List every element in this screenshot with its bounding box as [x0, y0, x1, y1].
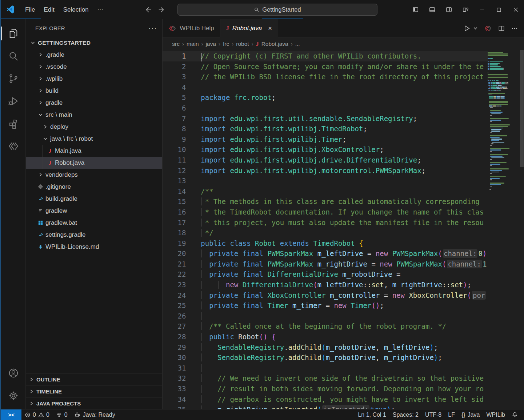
- more-actions[interactable]: [511, 25, 518, 32]
- breadcrumb-item[interactable]: src: [172, 41, 180, 47]
- activity-explorer-icon[interactable]: [1, 22, 26, 45]
- activity-search-icon[interactable]: [1, 45, 26, 67]
- run-dropdown[interactable]: [473, 25, 478, 31]
- activity-settings-icon[interactable]: [1, 384, 26, 407]
- code-line-18[interactable]: 18 */: [163, 228, 488, 238]
- code-line-33[interactable]: 33 // result in both sides moving forwar…: [163, 384, 488, 394]
- code-line-11[interactable]: 11import edu.wpi.first.wpilibj.drive.Dif…: [163, 155, 488, 165]
- explorer-more-actions[interactable]: ···: [148, 24, 157, 32]
- folder-row-build[interactable]: build: [26, 85, 162, 97]
- folder-row-gettingstarted[interactable]: GETTINGSTARTED: [26, 37, 162, 49]
- code-line-12[interactable]: 12import edu.wpi.first.wpilibj.motorcont…: [163, 165, 488, 176]
- scrollbar-slider[interactable]: [520, 50, 524, 167]
- code-line-25[interactable]: 25 private final Timer m_timer = new Tim…: [163, 300, 488, 311]
- code-line-17[interactable]: 17 * this project, you must also update …: [163, 217, 488, 228]
- editor-scrollbar[interactable]: [520, 50, 524, 409]
- folder-row-.wpilib[interactable]: .wpilib: [26, 73, 162, 85]
- code-line-31[interactable]: 31: [163, 363, 488, 373]
- menu-file[interactable]: File: [21, 4, 39, 16]
- folder-row-deploy[interactable]: deploy: [26, 121, 162, 133]
- code-line-1[interactable]: 1// Copyright (c) FIRST and other WPILib…: [163, 51, 488, 61]
- run-button[interactable]: [463, 24, 471, 32]
- file-row-gradlew.bat[interactable]: gradlew.bat: [26, 217, 162, 229]
- code-line-6[interactable]: 6: [163, 103, 488, 113]
- folder-row-gradle[interactable]: gradle: [26, 97, 162, 109]
- code-line-20[interactable]: 20 private final PWMSparkMax m_leftDrive…: [163, 248, 488, 259]
- activity-run-debug-icon[interactable]: [1, 90, 26, 112]
- code-line-29[interactable]: 29 SendableRegistry.addChild(m_robotDriv…: [163, 342, 488, 353]
- code-line-26[interactable]: 26: [163, 311, 488, 321]
- file-row-build.gradle[interactable]: build.gradle: [26, 193, 162, 205]
- code-line-8[interactable]: 8import edu.wpi.first.wpilibj.TimedRobot…: [163, 124, 488, 134]
- minimap[interactable]: [488, 50, 520, 409]
- code-line-28[interactable]: 28 public Robot() {: [163, 332, 488, 342]
- file-row-.gitignore[interactable]: .gitignore: [26, 181, 162, 193]
- breadcrumb-item[interactable]: robot: [236, 41, 249, 47]
- nav-forward-icon[interactable]: [157, 6, 165, 14]
- code-line-10[interactable]: 10import edu.wpi.first.wpilibj.XboxContr…: [163, 144, 488, 155]
- code-editor[interactable]: 1// Copyright (c) FIRST and other WPILib…: [163, 50, 524, 409]
- folder-row-.vscode[interactable]: .vscode: [26, 61, 162, 73]
- folder-row-.gradle[interactable]: .gradle: [26, 49, 162, 61]
- code-line-16[interactable]: 16 * the TimedRobot documentation. If yo…: [163, 207, 488, 217]
- section-java-projects[interactable]: JAVA PROJECTS: [26, 397, 162, 409]
- minimize-button[interactable]: [474, 0, 491, 19]
- activity-wpilib-icon[interactable]: [1, 135, 26, 157]
- status-ln-1-col-1[interactable]: Ln 1, Col 1: [355, 409, 389, 420]
- code-line-27[interactable]: 27 /** Called once at the beginning of t…: [163, 321, 488, 332]
- code-line-9[interactable]: 9import edu.wpi.first.wpilibj.Timer;: [163, 134, 488, 145]
- code-line-23[interactable]: 23 new DifferentialDrive(m_leftDrive::se…: [163, 280, 488, 290]
- tab-wpilib-help[interactable]: WPILib Help: [163, 19, 220, 37]
- file-row-main.java[interactable]: JMain.java: [26, 145, 162, 157]
- remote-indicator[interactable]: ><: [1, 409, 21, 420]
- activity-accounts-icon[interactable]: [1, 362, 26, 384]
- close-button[interactable]: [507, 0, 524, 19]
- nav-back-icon[interactable]: [144, 6, 152, 14]
- maximize-button[interactable]: [491, 0, 507, 19]
- folder-row-src-main[interactable]: src \ main: [26, 109, 162, 121]
- breadcrumb-item[interactable]: main: [187, 41, 199, 47]
- breadcrumb[interactable]: src›main›java›frc›robot›JRobot.java›...: [163, 37, 524, 50]
- code-line-19[interactable]: 19public class Robot extends TimedRobot …: [163, 238, 488, 249]
- menu-[interactable]: ···: [93, 4, 108, 16]
- code-line-35[interactable]: 35 m_rightDrive.setInverted(isInverted:t…: [163, 404, 488, 409]
- code-line-7[interactable]: 7import edu.wpi.first.util.sendable.Send…: [163, 113, 488, 124]
- breadcrumb-item[interactable]: Robot.java: [261, 41, 288, 47]
- code-line-30[interactable]: 30 SendableRegistry.addChild(m_robotDriv…: [163, 352, 488, 363]
- status-spaces-2[interactable]: Spaces: 2: [389, 409, 422, 420]
- command-center-search[interactable]: GettingStarted: [177, 4, 377, 16]
- java-status[interactable]: Java: Ready: [71, 409, 119, 420]
- code-line-5[interactable]: 5package frc.robot;: [163, 92, 488, 103]
- status-utf-8[interactable]: UTF-8: [422, 409, 445, 420]
- code-line-13[interactable]: 13: [163, 176, 488, 186]
- section-timeline[interactable]: TIMELINE: [26, 385, 162, 397]
- problems-status[interactable]: 00: [21, 409, 53, 420]
- file-row-robot.java[interactable]: JRobot.java: [26, 157, 162, 169]
- code-line-3[interactable]: 3// the WPILib BSD license file in the r…: [163, 72, 488, 82]
- file-row-gradlew[interactable]: gradlew: [26, 205, 162, 217]
- breadcrumb-item[interactable]: ...: [295, 41, 300, 47]
- status-lf[interactable]: LF: [445, 409, 458, 420]
- code-line-22[interactable]: 22 private final DifferentialDrive m_rob…: [163, 269, 488, 280]
- code-line-34[interactable]: 34 // gearbox is constructed, you might …: [163, 394, 488, 405]
- language-mode[interactable]: {}Java: [458, 409, 483, 420]
- folder-row-vendordeps[interactable]: vendordeps: [26, 169, 162, 181]
- code-line-32[interactable]: 32 // We need to invert one side of the …: [163, 373, 488, 384]
- status-wpilib[interactable]: WPILib: [483, 409, 508, 420]
- tab-robot.java[interactable]: JRobot.java×: [220, 19, 278, 37]
- toggle-secondary-sidebar-icon[interactable]: [440, 0, 457, 19]
- code-line-14[interactable]: 14/**: [163, 186, 488, 197]
- code-line-21[interactable]: 21 private final PWMSparkMax m_rightDriv…: [163, 259, 488, 269]
- notifications-bell-icon[interactable]: [508, 409, 521, 420]
- code-line-24[interactable]: 24 private final XboxController m_contro…: [163, 290, 488, 301]
- code-content[interactable]: 1// Copyright (c) FIRST and other WPILib…: [163, 50, 488, 409]
- toggle-primary-sidebar-icon[interactable]: [407, 0, 424, 19]
- file-row-settings.gradle[interactable]: settings.gradle: [26, 229, 162, 241]
- folder-row-java-frc-robot[interactable]: java \ frc \ robot: [26, 133, 162, 145]
- breadcrumb-item[interactable]: java: [206, 41, 216, 47]
- activity-source-control-icon[interactable]: [1, 67, 26, 90]
- breadcrumb-item[interactable]: frc: [223, 41, 229, 47]
- code-line-4[interactable]: 4: [163, 82, 488, 93]
- code-line-2[interactable]: 2// Open Source Software; you can modify…: [163, 61, 488, 72]
- menu-edit[interactable]: Edit: [39, 4, 59, 16]
